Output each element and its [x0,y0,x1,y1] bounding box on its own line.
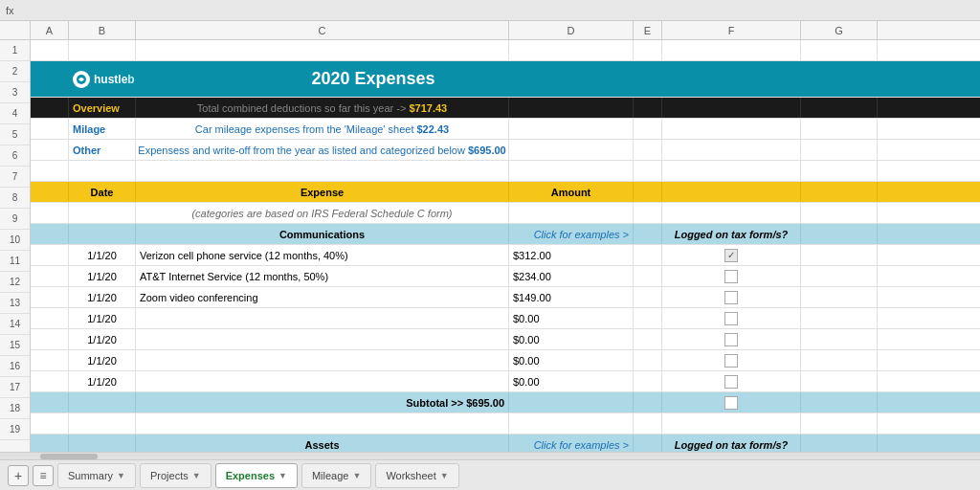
checkbox-10[interactable]: ✓ [724,249,738,262]
cell-6g [801,161,878,181]
cell-14g [801,329,878,349]
grid-row-16: 1/1/20 $0.00 [31,371,980,392]
cell-15c-expense [136,350,509,370]
cell-6d [509,161,634,181]
cell-7b-date-header: Date [69,182,136,202]
grid-row-9: Communications Click for examples > Logg… [31,224,980,245]
tab-summary[interactable]: Summary ▼ [57,463,136,488]
cell-15f-checkbox[interactable] [662,350,801,370]
cell-5d [509,140,634,160]
cell-8e [634,203,662,223]
checkmark-10: ✓ [727,250,735,260]
rownum-15: 15 [0,335,30,356]
rownum-2: 2 [0,61,30,82]
cell-11a [31,266,69,286]
cell-12f-checkbox[interactable] [662,287,801,307]
tab-bar: + ≡ Summary ▼ Projects ▼ Expenses ▼ Mile… [0,459,980,490]
cell-17g [801,392,878,412]
cell-12a [31,287,69,307]
checkbox-16[interactable] [724,375,738,389]
cell-12b-date: 1/1/20 [69,287,136,307]
checkbox-14[interactable] [724,333,738,346]
cell-8a [31,203,69,223]
cell-11e [634,266,662,286]
cell-9e [634,224,662,244]
other-amount: $695.00 [468,145,506,156]
cell-13f-checkbox[interactable] [662,308,801,328]
scroll-area[interactable] [0,452,980,459]
cell-15d-amount: $0.00 [509,350,634,370]
cell-3f [662,98,801,118]
cell-14f-checkbox[interactable] [662,329,801,349]
cell-10f-checkbox[interactable]: ✓ [662,245,801,265]
grid-row-14: 1/1/20 $0.00 [31,329,980,350]
grid-row-15: 1/1/20 $0.00 [31,350,980,371]
tab-mileage[interactable]: Mileage ▼ [301,463,371,488]
cell-7a [31,182,69,202]
cell-19f-logged: Logged on tax form/s? [662,434,801,452]
cell-17f-checkbox[interactable] [662,392,801,412]
cell-11c-expense: AT&T Internet Service (12 months, 50%) [136,266,509,286]
subtotal-amount: $695.00 [466,397,504,409]
tab-mileage-label: Mileage [312,470,349,481]
rownum-11: 11 [0,251,30,272]
tab-expenses[interactable]: Expenses ▼ [215,463,298,488]
grid-row-2: hustlebooks 2020 Expenses [31,61,980,98]
col-header-rownum [0,21,31,39]
cell-6b [69,161,136,181]
tab-expenses-label: Expenses [226,470,275,481]
cell-9c-category: Communications [136,224,509,244]
tab-worksheet-label: Worksheet [386,470,435,481]
cell-9f-logged: Logged on tax form/s? [662,224,801,244]
cell-8g [801,203,878,223]
grid-row-17: Subtotal >> $695.00 [31,392,980,413]
cell-4d [509,119,634,139]
cell-1e [634,40,662,60]
cell-8d [509,203,634,223]
scroll-thumb[interactable] [40,454,98,459]
cell-15e [634,350,662,370]
tab-worksheet[interactable]: Worksheet ▼ [375,463,458,488]
cell-19a [31,434,69,452]
cell-4b-mileage-label: Milage [69,119,136,139]
cell-1c [136,40,509,60]
checkbox-11[interactable] [724,270,738,283]
cell-13d-amount: $0.00 [509,308,634,328]
cell-14d-amount: $0.00 [509,329,634,349]
cell-5b-other-label: Other [69,140,136,160]
cell-11f-checkbox[interactable] [662,266,801,286]
col-header-c: C [136,21,509,39]
cell-6f [662,161,801,181]
checkbox-12[interactable] [724,291,738,304]
cell-3a [31,98,69,118]
cell-17e [634,392,662,412]
rownum-7: 7 [0,167,30,188]
cell-16f-checkbox[interactable] [662,371,801,391]
checkbox-17[interactable] [724,396,738,410]
cell-9d-click-text[interactable]: Click for examples > [509,224,634,244]
cell-12g [801,287,878,307]
grid-row-7: Date Expense Amount [31,182,980,203]
cell-19d-click-text[interactable]: Click for examples > [509,434,634,452]
rownum-5: 5 [0,124,30,145]
tab-projects[interactable]: Projects ▼ [140,463,212,488]
cell-19e [634,434,662,452]
cell-16b-date: 1/1/20 [69,371,136,391]
grid-row-19: Assets Click for examples > Logged on ta… [31,434,980,452]
cell-16d-amount: $0.00 [509,371,634,391]
cell-1b [69,40,136,60]
checkbox-15[interactable] [724,354,738,368]
grid: hustlebooks 2020 Expenses Overview Total… [31,40,980,452]
grid-row-3: Overview Total combined deductions so fa… [31,98,980,119]
tab-projects-label: Projects [150,470,189,481]
cell-5e [634,140,662,160]
cell-13g [801,308,878,328]
cell-9b [69,224,136,244]
rownum-6: 6 [0,145,30,167]
tab-add-button[interactable]: + [8,465,29,486]
cell-10e [634,245,662,265]
tab-list-icon[interactable]: ≡ [33,465,54,486]
cell-15a [31,350,69,370]
checkbox-13[interactable] [724,312,738,325]
tab-expenses-arrow: ▼ [278,471,287,480]
